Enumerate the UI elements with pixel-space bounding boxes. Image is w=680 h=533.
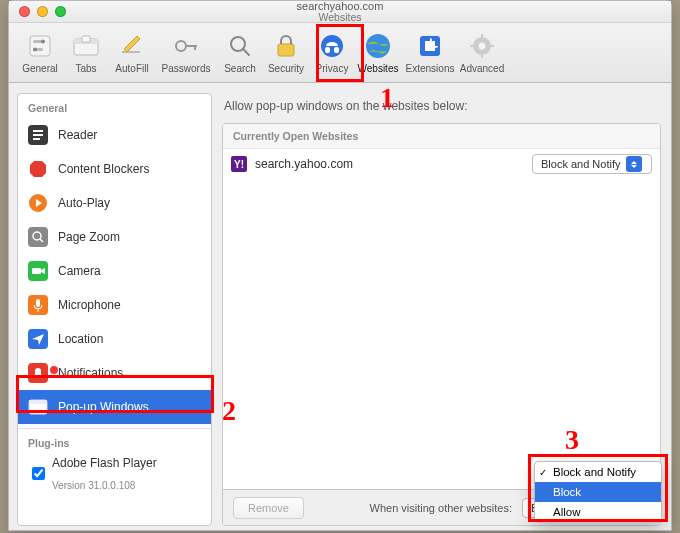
sidebar-item-label: Pop-up Windows bbox=[58, 400, 149, 414]
sidebar-section-general: General bbox=[18, 98, 211, 118]
notification-badge bbox=[50, 366, 58, 374]
sidebar-item-notifications[interactable]: Notifications bbox=[18, 356, 211, 390]
toolbar-websites[interactable]: Websites bbox=[355, 26, 401, 80]
list-caption: Currently Open Websites bbox=[223, 124, 660, 149]
svg-rect-23 bbox=[481, 54, 483, 58]
svg-rect-16 bbox=[325, 47, 330, 53]
sidebar-item-label: Auto-Play bbox=[58, 196, 110, 210]
svg-rect-40 bbox=[36, 299, 40, 307]
stepper-arrows-icon bbox=[626, 156, 642, 172]
svg-marker-30 bbox=[30, 161, 46, 177]
other-websites-label: When visiting other websites: bbox=[370, 502, 512, 514]
toolbar-label: Privacy bbox=[316, 63, 349, 74]
globe-icon bbox=[364, 32, 392, 60]
main-header: Allow pop-up windows on the websites bel… bbox=[222, 93, 661, 123]
sidebar-item-popup-windows[interactable]: Pop-up Windows bbox=[18, 390, 211, 424]
location-icon bbox=[28, 329, 48, 349]
dropdown-option-block[interactable]: Block bbox=[535, 482, 661, 502]
svg-line-13 bbox=[243, 49, 249, 55]
lock-icon bbox=[272, 32, 300, 60]
svg-rect-28 bbox=[33, 134, 43, 136]
toolbar-extensions[interactable]: Extensions bbox=[401, 26, 459, 80]
sidebar-item-label: Camera bbox=[58, 264, 101, 278]
dropdown-option-block-notify[interactable]: Block and Notify bbox=[535, 462, 661, 482]
sidebar-item-camera[interactable]: Camera bbox=[18, 254, 211, 288]
website-row[interactable]: Y! search.yahoo.com Block and Notify bbox=[223, 149, 660, 179]
svg-rect-8 bbox=[122, 51, 140, 53]
sidebar-divider bbox=[18, 428, 211, 429]
svg-point-18 bbox=[366, 34, 390, 58]
remove-button[interactable]: Remove bbox=[233, 497, 304, 519]
plugin-version: Version 31.0.0.108 bbox=[52, 480, 135, 491]
key-icon bbox=[172, 32, 200, 60]
toolbar-label: Advanced bbox=[460, 63, 504, 74]
svg-rect-37 bbox=[32, 268, 41, 274]
sidebar-item-flash[interactable]: Adobe Flash Player Version 31.0.0.108 bbox=[18, 453, 211, 493]
zoom-icon bbox=[28, 227, 48, 247]
sidebar-item-label: Notifications bbox=[58, 366, 123, 380]
list-empty-space bbox=[223, 179, 660, 489]
play-icon bbox=[28, 193, 48, 213]
toolbar-label: Extensions bbox=[406, 63, 455, 74]
svg-rect-24 bbox=[470, 45, 474, 47]
toolbar-passwords[interactable]: Passwords bbox=[155, 26, 217, 80]
dropdown-option-allow[interactable]: Allow bbox=[535, 502, 661, 522]
toolbar-general[interactable]: General bbox=[17, 26, 63, 80]
toolbar-label: Tabs bbox=[75, 63, 96, 74]
sidebar-item-content-blockers[interactable]: Content Blockers bbox=[18, 152, 211, 186]
toolbar-label: Websites bbox=[358, 63, 399, 74]
toolbar-label: Passwords bbox=[162, 63, 211, 74]
plugin-name: Adobe Flash Player bbox=[52, 456, 157, 470]
toolbar-autofill[interactable]: AutoFill bbox=[109, 26, 155, 80]
sidebar-item-page-zoom[interactable]: Page Zoom bbox=[18, 220, 211, 254]
sidebar-item-label: Reader bbox=[58, 128, 97, 142]
preferences-toolbar: General Tabs AutoFill Passwords Search bbox=[9, 23, 671, 83]
svg-point-9 bbox=[176, 41, 186, 51]
titlebar: searchyahoo.com Websites bbox=[9, 1, 671, 23]
svg-rect-29 bbox=[33, 138, 40, 140]
sidebar-item-label: Content Blockers bbox=[58, 162, 149, 176]
select-value: Block and Notify bbox=[541, 158, 620, 170]
gear-icon bbox=[468, 32, 496, 60]
sidebar-item-location[interactable]: Location bbox=[18, 322, 211, 356]
puzzle-icon bbox=[416, 32, 444, 60]
svg-rect-46 bbox=[29, 400, 47, 404]
sidebar-item-label: Page Zoom bbox=[58, 230, 120, 244]
websites-sidebar: General Reader Content Blockers Auto-Pla… bbox=[17, 93, 212, 526]
toolbar-privacy[interactable]: Privacy bbox=[309, 26, 355, 80]
svg-rect-33 bbox=[28, 227, 48, 247]
bell-icon bbox=[28, 363, 48, 383]
privacy-icon bbox=[318, 32, 346, 60]
reader-icon bbox=[28, 125, 48, 145]
svg-point-4 bbox=[33, 47, 37, 51]
toolbar-tabs[interactable]: Tabs bbox=[63, 26, 109, 80]
svg-rect-25 bbox=[490, 45, 494, 47]
toolbar-search[interactable]: Search bbox=[217, 26, 263, 80]
sidebar-item-label: Location bbox=[58, 332, 103, 346]
stop-icon bbox=[28, 159, 48, 179]
sidebar-item-reader[interactable]: Reader bbox=[18, 118, 211, 152]
sidebar-section-plugins: Plug-ins bbox=[18, 433, 211, 453]
tabs-icon bbox=[72, 32, 100, 60]
sidebar-item-auto-play[interactable]: Auto-Play bbox=[18, 186, 211, 220]
svg-rect-17 bbox=[334, 47, 339, 53]
plugin-checkbox[interactable] bbox=[32, 467, 45, 480]
website-domain: search.yahoo.com bbox=[255, 157, 524, 171]
svg-rect-22 bbox=[481, 34, 483, 38]
sidebar-item-label: Microphone bbox=[58, 298, 121, 312]
svg-rect-0 bbox=[30, 36, 50, 56]
toolbar-label: Security bbox=[268, 63, 304, 74]
window-icon bbox=[28, 397, 48, 417]
yahoo-favicon: Y! bbox=[231, 156, 247, 172]
microphone-icon bbox=[28, 295, 48, 315]
svg-rect-27 bbox=[33, 130, 43, 132]
policy-dropdown-menu[interactable]: Block and Notify Block Allow bbox=[534, 461, 662, 523]
svg-rect-14 bbox=[278, 44, 294, 56]
window-title: Websites bbox=[9, 12, 671, 23]
window-path: searchyahoo.com bbox=[9, 1, 671, 12]
website-policy-select[interactable]: Block and Notify bbox=[532, 154, 652, 174]
toolbar-advanced[interactable]: Advanced bbox=[459, 26, 505, 80]
sidebar-item-microphone[interactable]: Microphone bbox=[18, 288, 211, 322]
svg-rect-7 bbox=[82, 36, 90, 42]
toolbar-security[interactable]: Security bbox=[263, 26, 309, 80]
